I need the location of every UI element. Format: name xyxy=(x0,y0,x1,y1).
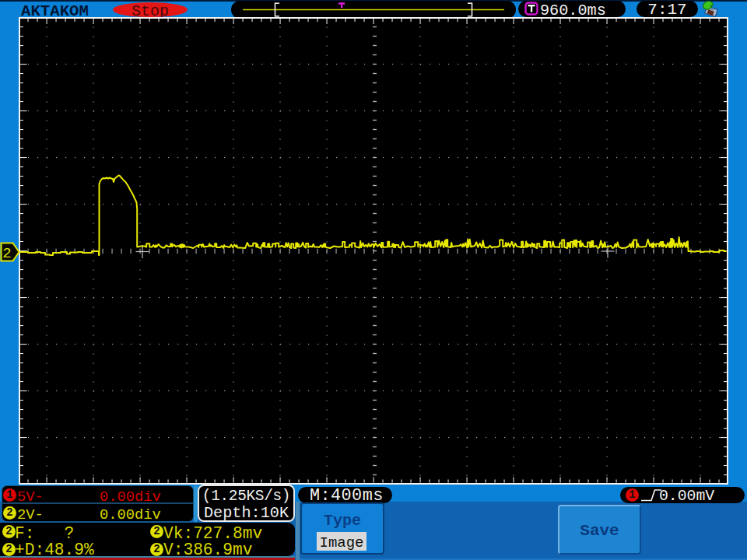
svg-text:2: 2 xyxy=(2,245,11,262)
